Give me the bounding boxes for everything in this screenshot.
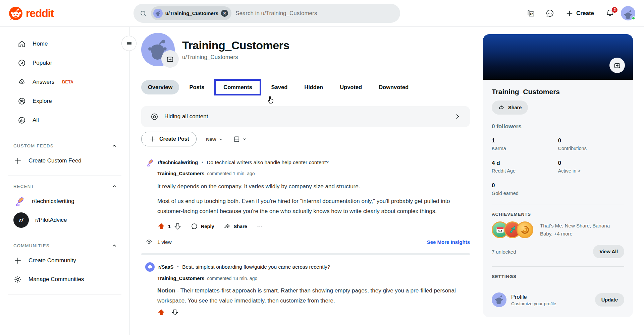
tab-posts[interactable]: Posts (182, 80, 211, 94)
chat-button[interactable] (542, 6, 557, 21)
reply-button[interactable]: Reply (191, 223, 214, 230)
search-icon (140, 10, 147, 17)
share-button[interactable]: Share (224, 223, 247, 230)
communities-section-header[interactable]: COMMUNITIES (4, 241, 125, 251)
divider (8, 135, 121, 135)
manage-communities-button[interactable]: Manage Communities (4, 270, 125, 289)
create-post-label: Create Post (159, 136, 189, 142)
comment-body: Notion - Their templates-first approach … (157, 286, 461, 306)
explore-icon (17, 97, 26, 106)
search-scope-chip[interactable]: u/Training_Customers ✕ (151, 6, 231, 20)
post-title[interactable]: Do technical writers also handle help ce… (207, 159, 329, 165)
share-profile-button[interactable]: Share (492, 100, 528, 115)
recent-item-technicalwriting[interactable]: r/technicalwriting (4, 192, 125, 211)
stat-value: 0 (558, 160, 625, 166)
tab-saved[interactable]: Saved (265, 80, 294, 94)
tab-hidden[interactable]: Hidden (298, 80, 330, 94)
stat-value: 0 (492, 182, 558, 189)
tab-comments-highlight[interactable]: Comments (214, 79, 261, 95)
search-bar[interactable]: u/Training_Customers ✕ (133, 4, 400, 23)
post-title[interactable]: Best, simplest onboarding flow/guide you… (182, 264, 330, 270)
sidebar-item-home[interactable]: Home (4, 34, 125, 53)
comment-post-header[interactable]: r/SaaS • Best, simplest onboarding flow/… (145, 262, 470, 272)
comment-paragraph: Most of us end up touching both. Even if… (157, 196, 461, 216)
comment-item[interactable]: r/technicalwriting • Do technical writer… (141, 150, 470, 230)
profile-stats: 1 Karma 0 Contributions 4 d Reddit Age (492, 137, 624, 196)
sidebar-item-all[interactable]: All (4, 111, 125, 130)
separator-dot: • (177, 265, 178, 269)
comment-post-header[interactable]: r/technicalwriting • Do technical writer… (145, 158, 470, 167)
comment-byline: Training_Customers commented 13 min. ago (157, 276, 470, 281)
comment-author[interactable]: Training_Customers (157, 276, 204, 281)
recent-item-pilotadvice[interactable]: r/ r/PilotAdvice (4, 211, 125, 229)
card-view-icon (233, 135, 240, 143)
comment-paragraph: Notion - Their templates-first approach … (157, 286, 461, 306)
more-options-button[interactable] (257, 223, 263, 230)
view-all-button[interactable]: View All (593, 245, 624, 258)
share-label: Share (508, 105, 522, 110)
tab-upvoted[interactable]: Upvoted (333, 80, 369, 94)
sort-dropdown[interactable]: New (206, 136, 223, 142)
custom-feeds-section-header[interactable]: CUSTOM FEEDS (4, 141, 125, 151)
sort-label: New (206, 136, 216, 142)
plus-icon (566, 9, 574, 17)
followers-count: 0 followers (492, 123, 624, 130)
pilotadvice-avatar: r/ (13, 212, 29, 228)
chevron-up-icon (111, 183, 117, 189)
reddit-logo[interactable]: reddit (9, 6, 54, 20)
tab-overview[interactable]: Overview (141, 80, 179, 94)
search-input[interactable] (235, 10, 394, 17)
divider (8, 294, 121, 294)
profile-feed: Training_Customers u/Training_Customers … (141, 27, 470, 335)
comment-actions (157, 309, 470, 316)
divider (8, 235, 121, 235)
upvote-button[interactable] (157, 309, 165, 316)
chevron-right-icon (454, 113, 461, 120)
share-label: Share (234, 224, 247, 229)
plus-icon (13, 156, 22, 165)
create-label: Create (576, 10, 594, 17)
sidebar-collapse-button[interactable] (121, 36, 137, 51)
edit-banner-button[interactable] (609, 58, 625, 73)
sidebar-item-popular[interactable]: Popular (4, 53, 125, 72)
sidebar-item-label: Popular (33, 60, 52, 66)
upvote-button[interactable] (157, 222, 165, 230)
user-avatar[interactable] (621, 6, 635, 20)
sidebar-item-explore[interactable]: Explore (4, 91, 125, 111)
create-custom-feed-button[interactable]: Create Custom Feed (4, 151, 125, 170)
update-profile-button[interactable]: Update (595, 293, 624, 307)
sidebar-item-answers[interactable]: Answers BETA (4, 72, 125, 91)
settings-profile-sub: Customize your profile (511, 301, 556, 306)
comment-item[interactable]: r/SaaS • Best, simplest onboarding flow/… (141, 255, 470, 316)
see-more-insights-link[interactable]: See More Insights (427, 239, 470, 245)
downvote-button[interactable] (174, 222, 181, 230)
community-name[interactable]: r/SaaS (158, 264, 173, 270)
view-layout-dropdown[interactable] (233, 135, 247, 143)
create-community-button[interactable]: Create Community (4, 251, 125, 270)
notifications-button[interactable]: 2 (602, 6, 618, 21)
reply-label: Reply (201, 224, 214, 229)
vote-count: 1 (168, 224, 171, 229)
popular-icon (17, 59, 26, 67)
comment-text: - Their templates-first approach is smar… (157, 287, 456, 304)
downvote-button[interactable] (171, 309, 179, 316)
tab-downvoted[interactable]: Downvoted (372, 80, 415, 94)
notification-badge: 2 (611, 6, 618, 13)
recent-section-header[interactable]: RECENT (4, 181, 125, 192)
stat-value: 0 (558, 137, 625, 144)
create-post-button[interactable]: Create Post (141, 132, 197, 146)
chevron-up-icon (111, 243, 117, 249)
tab-comments[interactable]: Comments (223, 84, 252, 90)
divider (492, 204, 624, 204)
community-name[interactable]: r/technicalwriting (158, 160, 198, 165)
comment-author[interactable]: Training_Customers (157, 171, 204, 176)
advertise-button[interactable]: AD (523, 6, 539, 21)
clear-scope-icon[interactable]: ✕ (221, 10, 228, 17)
sidebar-item-label: Home (33, 41, 48, 47)
achievements-row: That's Me, New Share, Banana Baby, +4 mo… (492, 221, 624, 238)
hiding-content-banner[interactable]: Hiding all content (141, 106, 470, 127)
stat-active-in[interactable]: 0 Active in > (558, 160, 625, 174)
edit-avatar-button[interactable] (161, 50, 179, 68)
profile-card: Training_Customers Share 0 followers 1 K… (483, 34, 633, 317)
create-button[interactable]: Create (561, 6, 599, 21)
